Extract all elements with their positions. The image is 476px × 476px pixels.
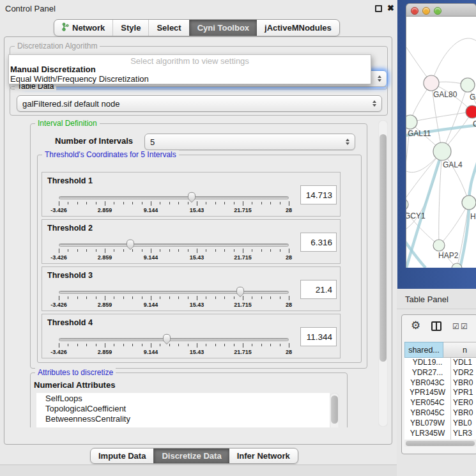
table-cell-shared-name[interactable]: YBL079W (404, 418, 451, 429)
threshold-slider[interactable]: -3.4262.8599.14415.4321.71528 (59, 334, 289, 348)
threshold-value-field[interactable] (300, 185, 337, 204)
dropdown-option[interactable]: Equal Width/Frequency Discretization (9, 74, 371, 84)
network-node-gal11[interactable] (406, 115, 417, 129)
attribute-list-item[interactable]: TopologicalCoefficient (36, 403, 330, 413)
tab-network[interactable]: Network (54, 20, 112, 36)
column-header-shared-name[interactable]: shared... (404, 342, 443, 358)
float-window-icon[interactable] (375, 5, 382, 12)
network-node-gal4[interactable] (433, 142, 451, 160)
zoom-button[interactable] (434, 7, 441, 15)
table-cell-name[interactable]: YBR0 (451, 408, 476, 418)
bottom-tab-infer-network[interactable]: Infer Network (229, 449, 298, 463)
network-node-hap2[interactable] (433, 240, 445, 251)
slider-thumb[interactable] (187, 192, 197, 204)
attribute-list-item[interactable]: SelfLoops (36, 393, 330, 403)
table-horizontal-scrollbar-thumb[interactable] (406, 441, 475, 446)
checkbox-icon[interactable]: ☑ (452, 322, 459, 331)
table-row[interactable]: YBR045CYBR0 (404, 408, 476, 418)
tab-cyni-toolbox[interactable]: Cyni Toolbox (189, 20, 257, 36)
network-edge[interactable] (406, 151, 442, 204)
table-cell-name[interactable]: YDR2 (451, 368, 476, 378)
threshold-slider[interactable]: -3.4262.8599.14415.4321.71528 (59, 286, 289, 300)
threshold-slider[interactable]: -3.4262.8599.14415.4321.71528 (59, 192, 289, 206)
attributes-scrollbar-thumb[interactable] (331, 395, 338, 424)
table-cell-name[interactable]: YDL1 (451, 358, 476, 368)
network-edge[interactable] (410, 112, 472, 122)
dropdown-option[interactable]: Manual Discretization (9, 65, 371, 74)
numerical-attributes-list[interactable]: SelfLoopsTopologicalCoefficientBetweenne… (36, 393, 330, 427)
table-row[interactable]: YDR27...YDR2 (404, 368, 476, 378)
slider-tick (132, 344, 133, 346)
table-row[interactable]: YBL079WYBL0 (404, 418, 476, 429)
close-icon[interactable]: ✖ (387, 3, 394, 13)
table-cell-name[interactable]: YBR0 (451, 378, 476, 388)
gear-icon[interactable]: ⚙ (411, 319, 420, 332)
slider-tick (178, 344, 179, 346)
table-row[interactable]: YBR043CYBR0 (404, 378, 476, 388)
tab-style[interactable]: Style (112, 20, 148, 36)
slider-tick (86, 344, 87, 346)
table-panel-title: Table Panel (405, 295, 449, 304)
slider-tick (68, 202, 68, 204)
table-row[interactable]: YDL19...YDL1 (404, 358, 476, 368)
table-cell-shared-name[interactable]: YBR043C (404, 378, 451, 388)
network-node-gcy1[interactable] (406, 199, 408, 210)
table-cell-shared-name[interactable]: YER054C (404, 398, 451, 408)
table-cell-shared-name[interactable]: YLR345W (404, 429, 451, 439)
slider-thumb[interactable] (235, 286, 245, 298)
table-cell-shared-name[interactable]: YDR27... (404, 368, 451, 378)
table-cell-shared-name[interactable]: YDL19... (404, 358, 451, 368)
table-cell-shared-name[interactable]: YBR045C (404, 408, 451, 418)
threshold-value-field[interactable] (300, 233, 337, 252)
number-of-intervals-combobox[interactable]: 5 (144, 134, 355, 150)
slider-track[interactable] (59, 338, 289, 341)
network-window-titlebar[interactable] (406, 3, 476, 17)
network-node-gal80[interactable] (424, 75, 439, 91)
numerical-attributes-label: Numerical Attributes (34, 380, 115, 390)
slider-track[interactable] (59, 243, 289, 247)
network-edge[interactable] (439, 151, 442, 245)
threshold-value-field[interactable] (300, 327, 337, 346)
slider-tick (96, 296, 96, 299)
network-node-h[interactable] (462, 196, 476, 210)
table-row[interactable]: YLR345WYLR3 (404, 429, 476, 439)
slider-tick (261, 202, 262, 204)
table-row[interactable]: YPR145WYPR1 (404, 388, 476, 398)
table-cell-name[interactable]: YER0 (451, 398, 476, 408)
column-header-name[interactable]: n (443, 342, 476, 358)
tab-select[interactable]: Select (148, 20, 188, 36)
slider-track[interactable] (59, 196, 289, 199)
slider-tick (215, 249, 216, 252)
network-node-ga[interactable] (461, 78, 475, 92)
minimize-button[interactable] (422, 7, 430, 15)
slider-thumb[interactable] (125, 239, 135, 251)
network-edge[interactable] (431, 38, 476, 83)
split-columns-icon[interactable] (431, 321, 441, 331)
slider-track[interactable] (59, 291, 289, 294)
slider-tick (280, 344, 280, 346)
panel-scrollbar-thumb[interactable] (380, 134, 387, 362)
bottom-tab-discretize-data[interactable]: Discretize Data (153, 449, 229, 463)
table-horizontal-scrollbar[interactable] (404, 440, 476, 447)
slider-tick (169, 296, 170, 299)
table-data-combobox[interactable]: galFiltered.sif default node (17, 95, 382, 112)
attribute-list-item[interactable]: BetweennessCentrality (36, 413, 330, 424)
threshold-label: Threshold 1 (47, 176, 93, 185)
slider-tick (77, 344, 78, 346)
threshold-value-field[interactable] (300, 280, 337, 299)
slider-tick (77, 296, 78, 299)
threshold-slider[interactable]: -3.4262.8599.14415.4321.71528 (59, 239, 289, 253)
close-button[interactable] (411, 7, 418, 15)
bottom-tab-label: Impute Data (98, 451, 146, 461)
table-cell-name[interactable]: YPR1 (451, 388, 476, 398)
bottom-tab-impute-data[interactable]: Impute Data (91, 449, 153, 463)
table-cell-shared-name[interactable]: YPR145W (404, 388, 451, 398)
table-cell-name[interactable]: YLR3 (451, 429, 476, 439)
slider-thumb[interactable] (162, 334, 172, 346)
network-canvas[interactable]: GAL80GACGAL11GAL4GCY1HHAP2 (406, 17, 476, 268)
checkbox-icon[interactable]: ☑ (461, 322, 468, 331)
tab-jactivemnodules[interactable]: jActiveMNodules (257, 20, 339, 36)
network-node-c[interactable] (466, 105, 476, 118)
table-row[interactable]: YER054CYER0 (404, 398, 476, 408)
table-cell-name[interactable]: YBL0 (451, 418, 476, 429)
